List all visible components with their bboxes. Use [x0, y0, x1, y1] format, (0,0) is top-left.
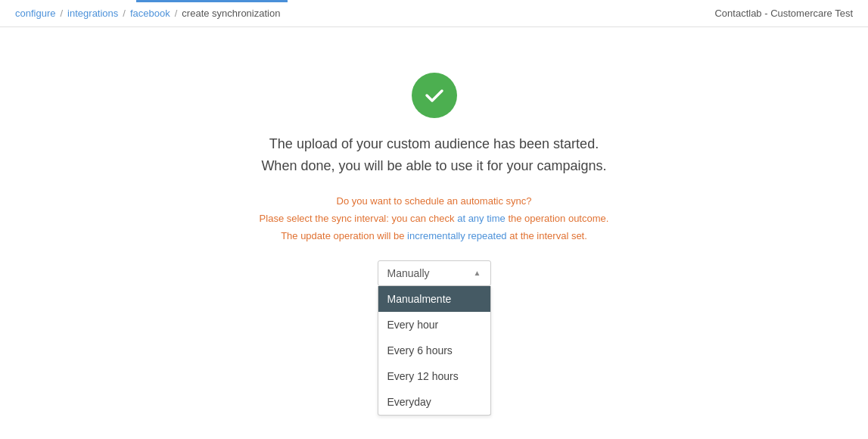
dropdown-option-everyday[interactable]: Everyday [378, 389, 490, 415]
main-message: The upload of your custom audience has b… [261, 133, 606, 177]
breadcrumb-facebook[interactable]: facebook [130, 8, 170, 19]
sub-line2: Plase select the sync interval: you can … [260, 210, 609, 227]
sub-line2-blue: at any time [457, 213, 506, 224]
dropdown-arrow-icon: ▲ [474, 269, 481, 277]
message-line1: The upload of your custom audience has b… [261, 133, 606, 155]
dropdown-option-every-hour[interactable]: Every hour [378, 312, 490, 338]
breadcrumb-integrations[interactable]: integrations [67, 8, 118, 19]
breadcrumb-sep-3: / [175, 8, 178, 19]
checkmark-icon [422, 83, 446, 107]
dropdown-option-every-6-hours[interactable]: Every 6 hours [378, 338, 490, 363]
sub-line1: Do you want to schedule an automatic syn… [260, 192, 609, 210]
sync-interval-dropdown-container: Manually ▲ Manualmente Every hour Every … [378, 260, 491, 286]
sub-line2-part1: Plase select the sync interval: you can … [260, 213, 458, 224]
breadcrumb-sep-1: / [60, 8, 63, 19]
dropdown-selected-label: Manually [387, 267, 430, 279]
success-icon [412, 73, 457, 118]
header: configure / integrations / facebook / cr… [0, 0, 868, 27]
sub-message: Do you want to schedule an automatic syn… [260, 192, 609, 245]
breadcrumb-configure[interactable]: configure [15, 8, 55, 19]
dropdown-option-manualmente[interactable]: Manualmente [378, 286, 490, 312]
sub-line3-part1: The update operation will be [281, 230, 407, 241]
sub-line3-part2: at the interval set. [507, 230, 587, 241]
dropdown-option-every-12-hours[interactable]: Every 12 hours [378, 363, 490, 389]
sub-line3-blue: incrementally repeated [407, 230, 507, 241]
header-right-text: Contactlab - Customercare Test [714, 8, 853, 19]
breadcrumb: configure / integrations / facebook / cr… [15, 8, 280, 19]
dropdown-menu: Manualmente Every hour Every 6 hours Eve… [378, 286, 491, 416]
main-content: The upload of your custom audience has b… [0, 27, 868, 336]
breadcrumb-sep-2: / [123, 8, 126, 19]
top-nav-indicator [136, 0, 288, 2]
breadcrumb-current: create synchronization [182, 8, 280, 19]
sub-line2-part2: the operation outcome. [506, 213, 609, 224]
message-line2: When done, you will be able to use it fo… [261, 155, 606, 177]
sync-interval-dropdown[interactable]: Manually ▲ [378, 260, 491, 286]
sub-line3: The update operation will be incremental… [260, 227, 609, 244]
